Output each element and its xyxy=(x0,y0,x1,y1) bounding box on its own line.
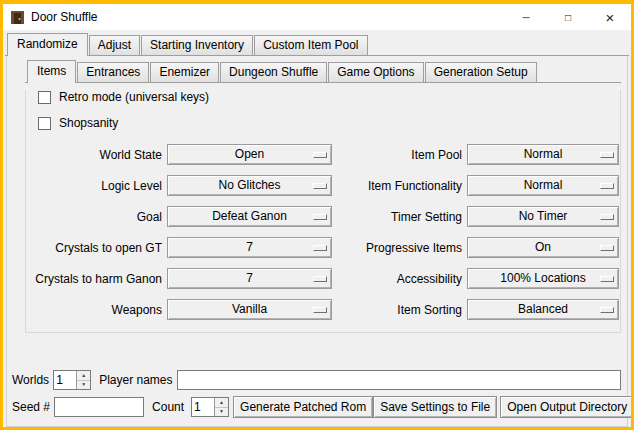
item-pool-dropdown[interactable]: Normal xyxy=(467,144,619,165)
goal-label: Goal xyxy=(28,210,162,224)
count-label: Count xyxy=(152,400,184,414)
item-sorting-dropdown[interactable]: Balanced xyxy=(467,299,619,320)
client-area: Randomize Adjust Starting Inventory Cust… xyxy=(3,30,631,427)
shopsanity-row[interactable]: Shopsanity xyxy=(38,116,620,130)
minimize-button[interactable]: ─ xyxy=(505,4,547,30)
retro-mode-label: Retro mode (universal keys) xyxy=(59,90,209,104)
dropdown-indicator-icon xyxy=(313,152,327,158)
dropdown-indicator-icon xyxy=(313,307,327,313)
open-output-directory-button[interactable]: Open Output Directory xyxy=(500,396,634,418)
spin-down-icon[interactable]: ▼ xyxy=(77,380,90,390)
app-icon xyxy=(10,10,25,25)
tab-entrances[interactable]: Entrances xyxy=(77,62,149,82)
count-input[interactable] xyxy=(192,398,214,416)
inner-notebook: Items Entrances Enemizer Dungeon Shuffle… xyxy=(25,60,621,333)
dropdown-indicator-icon xyxy=(600,152,614,158)
spin-down-icon[interactable]: ▼ xyxy=(215,407,228,417)
tab-custom-item-pool[interactable]: Custom Item Pool xyxy=(254,35,367,55)
spin-up-icon[interactable]: ▲ xyxy=(77,371,90,380)
retro-mode-checkbox[interactable] xyxy=(38,91,51,104)
timer-setting-dropdown[interactable]: No Timer xyxy=(467,206,619,227)
tab-randomize[interactable]: Randomize xyxy=(7,33,88,56)
dropdown-indicator-icon xyxy=(600,183,614,189)
accessibility-label: Accessibility xyxy=(337,272,462,286)
logic-level-dropdown[interactable]: No Glitches xyxy=(167,175,332,196)
player-names-input[interactable] xyxy=(177,370,622,390)
window-title: Door Shuffle xyxy=(31,10,98,24)
tab-game-options[interactable]: Game Options xyxy=(328,62,423,82)
world-state-label: World State xyxy=(28,148,162,162)
crystals-harm-ganon-dropdown[interactable]: 7 xyxy=(167,268,332,289)
tab-adjust[interactable]: Adjust xyxy=(89,35,140,55)
dropdown-indicator-icon xyxy=(313,214,327,220)
bottom-controls: Worlds ▲ ▼ Player names Seed # Count xyxy=(7,364,627,426)
titlebar: Door Shuffle ─ □ × xyxy=(3,4,631,30)
weapons-value: Vanilla xyxy=(168,302,331,317)
accessibility-value: 100% Locations xyxy=(468,271,618,286)
minimize-icon: ─ xyxy=(522,12,529,23)
items-pane: Retro mode (universal keys) Shopsanity W… xyxy=(25,90,621,333)
goal-dropdown[interactable]: Defeat Ganon xyxy=(167,206,332,227)
player-names-label: Player names xyxy=(99,373,172,387)
seed-row: Seed # Count ▲ ▼ Generate Patched Rom Sa… xyxy=(12,396,622,418)
shopsanity-label: Shopsanity xyxy=(59,116,118,130)
maximize-icon: □ xyxy=(565,12,571,23)
tab-items[interactable]: Items xyxy=(27,60,76,83)
shopsanity-checkbox[interactable] xyxy=(38,117,51,130)
crystals-open-gt-value: 7 xyxy=(168,240,331,255)
worlds-input[interactable] xyxy=(54,371,76,389)
generate-patched-rom-button[interactable]: Generate Patched Rom xyxy=(233,396,373,418)
seed-input[interactable] xyxy=(54,397,144,417)
tab-enemizer[interactable]: Enemizer xyxy=(150,62,219,82)
item-functionality-value: Normal xyxy=(468,178,618,193)
item-functionality-label: Item Functionality xyxy=(337,179,462,193)
tab-starting-inventory[interactable]: Starting Inventory xyxy=(141,35,253,55)
accessibility-dropdown[interactable]: 100% Locations xyxy=(467,268,619,289)
item-pool-label: Item Pool xyxy=(337,148,462,162)
item-sorting-value: Balanced xyxy=(468,302,618,317)
save-settings-button[interactable]: Save Settings to File xyxy=(373,396,497,418)
goal-value: Defeat Ganon xyxy=(168,209,331,224)
door-shuffle-window: Door Shuffle ─ □ × Randomize Adjust Star… xyxy=(0,0,634,430)
progressive-items-dropdown[interactable]: On xyxy=(467,237,619,258)
progressive-items-label: Progressive Items xyxy=(337,241,462,255)
count-spin-buttons: ▲ ▼ xyxy=(214,398,228,416)
dropdown-indicator-icon xyxy=(313,276,327,282)
close-icon: × xyxy=(606,9,615,26)
window-controls: ─ □ × xyxy=(505,4,631,30)
maximize-button[interactable]: □ xyxy=(547,4,589,30)
dropdown-indicator-icon xyxy=(600,276,614,282)
crystals-harm-ganon-value: 7 xyxy=(168,271,331,286)
timer-setting-label: Timer Setting xyxy=(337,210,462,224)
item-pool-value: Normal xyxy=(468,147,618,162)
seed-label: Seed # xyxy=(12,400,50,414)
item-sorting-label: Item Sorting xyxy=(337,303,462,317)
outer-tabbar: Randomize Adjust Starting Inventory Cust… xyxy=(5,33,629,56)
worlds-row: Worlds ▲ ▼ Player names xyxy=(12,370,622,390)
world-state-value: Open xyxy=(168,147,331,162)
retro-mode-row[interactable]: Retro mode (universal keys) xyxy=(38,90,620,104)
progressive-items-value: On xyxy=(468,240,618,255)
spin-up-icon[interactable]: ▲ xyxy=(215,398,228,407)
settings-grid: World State Open Item Pool Normal Logic … xyxy=(28,144,620,320)
weapons-label: Weapons xyxy=(28,303,162,317)
worlds-spin-buttons: ▲ ▼ xyxy=(76,371,90,389)
count-spinbox[interactable]: ▲ ▼ xyxy=(191,397,229,417)
item-functionality-dropdown[interactable]: Normal xyxy=(467,175,619,196)
world-state-dropdown[interactable]: Open xyxy=(167,144,332,165)
randomize-pane: Items Entrances Enemizer Dungeon Shuffle… xyxy=(6,56,628,427)
tab-generation-setup[interactable]: Generation Setup xyxy=(425,62,537,82)
dropdown-indicator-icon xyxy=(313,183,327,189)
logic-level-value: No Glitches xyxy=(168,178,331,193)
crystals-harm-ganon-label: Crystals to harm Ganon xyxy=(28,272,162,286)
crystals-open-gt-dropdown[interactable]: 7 xyxy=(167,237,332,258)
weapons-dropdown[interactable]: Vanilla xyxy=(167,299,332,320)
worlds-spinbox[interactable]: ▲ ▼ xyxy=(53,370,91,390)
inner-tabbar: Items Entrances Enemizer Dungeon Shuffle… xyxy=(25,60,621,83)
dropdown-indicator-icon xyxy=(313,245,327,251)
crystals-open-gt-label: Crystals to open GT xyxy=(28,241,162,255)
close-button[interactable]: × xyxy=(589,4,631,30)
dropdown-indicator-icon xyxy=(600,214,614,220)
tab-dungeon-shuffle[interactable]: Dungeon Shuffle xyxy=(220,62,327,82)
dropdown-indicator-icon xyxy=(600,307,614,313)
